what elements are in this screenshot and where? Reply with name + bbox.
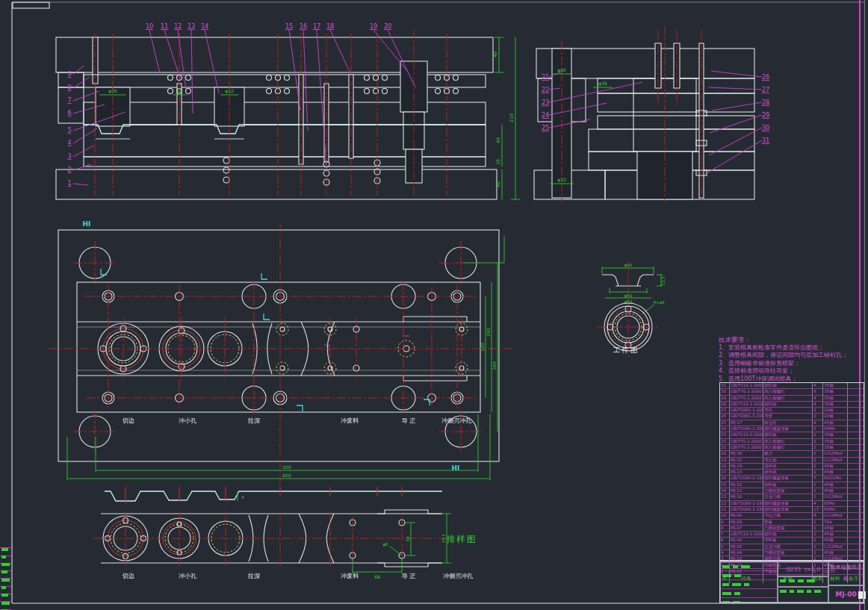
part-number: 6 bbox=[67, 110, 71, 116]
bom-cell-name: 凸模固定板 bbox=[763, 526, 813, 531]
material-cell: Q235 t=1.0 bbox=[778, 561, 828, 576]
bom-row: 14 MJ-11 凸模固定板 1 45钢 bbox=[720, 488, 864, 494]
bom-cell-name: 卸料板 bbox=[763, 482, 813, 488]
bom-row: 28 GB/T119.1-2000 圆柱销 4 35钢 bbox=[720, 402, 864, 408]
strip-station-labels: 切边 冲小孔 拉深 冲废料 导 正 冲侧刃冲孔 bbox=[122, 573, 474, 579]
bom-row: 12 GB/T2089.1-1994 圆柱螺旋弹簧 4 65Mn bbox=[720, 501, 864, 507]
part-number: 27 bbox=[762, 87, 769, 93]
part-number: 17 bbox=[313, 23, 320, 30]
bom-cell-qty: 2 bbox=[813, 414, 823, 419]
bom-cell-qty: 2 bbox=[813, 538, 823, 543]
bom-cell-code: GB/T2089.1-1994 bbox=[730, 501, 763, 506]
part-number: 16 bbox=[300, 23, 307, 30]
bom-cell-name: 内六角螺钉 bbox=[763, 396, 813, 401]
bom-cell-name: 凹模固定板 bbox=[763, 550, 813, 555]
dim-label: φ35 bbox=[108, 88, 117, 94]
part-number: 4 bbox=[67, 140, 71, 146]
bom-cell-note bbox=[848, 402, 860, 407]
bom-cell-no: 9 bbox=[720, 520, 730, 525]
bom-cell-no: 15 bbox=[720, 482, 730, 488]
dim-label: 240 bbox=[486, 328, 491, 337]
bom-cell-qty: 4 bbox=[813, 402, 823, 407]
station-label: 冲小孔 bbox=[179, 417, 197, 424]
part-number: 14 bbox=[201, 23, 208, 30]
bom-cell-code: GB/T119.1-2000 bbox=[730, 402, 763, 407]
bom-row: 25 MJ-17 限位柱 4 45钢 bbox=[720, 420, 864, 426]
bom-row: 9 MJ-08 垫板 1 T8A bbox=[720, 520, 864, 526]
bom-cell-note bbox=[848, 507, 860, 512]
strip-layout-title: 排样图 bbox=[447, 534, 477, 544]
stage-mark-cells bbox=[778, 576, 828, 587]
bom-cell-name: 圆柱销 bbox=[763, 383, 813, 388]
bom-cell-code: GB/T119.1-2000 bbox=[730, 383, 763, 388]
bom-cell-no: 14 bbox=[720, 488, 730, 494]
bom-cell-material: 35钢 bbox=[823, 402, 848, 407]
drawing-title: 轴承端盖级进模 bbox=[829, 562, 863, 585]
part-number: 10 bbox=[146, 23, 153, 30]
bom-cell-code: MJ-10 bbox=[730, 494, 763, 499]
dim-label: φ35 bbox=[598, 81, 607, 87]
bom-cell-material: 60Si2Mn bbox=[823, 476, 848, 481]
bom-cell-note bbox=[848, 408, 860, 413]
strip-layout-view: 8 68 bbox=[93, 487, 477, 579]
bom-cell-code: GB/T70.1-2000 bbox=[730, 439, 763, 444]
title-block: Q235 t=1.0 轴承端盖级进模 MJ-00 bbox=[719, 561, 864, 603]
bom-row: 21 GB/T70.1-2000 内六角螺钉 2 35钢 bbox=[720, 445, 864, 451]
bom-cell-material: 45钢 bbox=[823, 538, 848, 543]
dim-label: φ45 bbox=[557, 67, 566, 73]
technical-requirements: 技术要求： 1、安装模具前检查零件是否符合图纸； 2、调整模具间隙，保证间隙均匀… bbox=[719, 336, 868, 384]
bom-cell-material: 65Mn bbox=[823, 507, 848, 512]
bom-cell-note bbox=[848, 482, 860, 488]
part-number: 29 bbox=[762, 112, 769, 119]
bom-cell-no: 4 bbox=[720, 550, 730, 555]
station-label: 冲小孔 bbox=[179, 573, 197, 579]
bom-cell-material: 65Mn bbox=[823, 501, 848, 506]
bom-row: 20 MJ-16 侧刃 2 Cr12MoV bbox=[720, 451, 864, 457]
bom-cell-name: 凸模固定板 bbox=[763, 488, 813, 494]
bom-cell-material: Cr12MoV bbox=[823, 494, 848, 499]
part-number: 5 bbox=[67, 127, 71, 134]
bom-cell-note bbox=[848, 544, 860, 550]
station-label: 切边 bbox=[122, 573, 134, 579]
bom-row: 4 MJ-04 凹模固定板 1 45钢 bbox=[720, 550, 864, 556]
bom-cell-name: 导套 bbox=[763, 414, 813, 419]
bom-row: 17 MJ-13 推件块 1 45钢 bbox=[720, 470, 864, 476]
bom-cell-code: MJ-15 bbox=[730, 458, 763, 463]
bom-cell-code: GB/T70.1-2000 bbox=[730, 396, 763, 401]
bom-cell-note bbox=[848, 476, 860, 481]
station-label: 冲废料 bbox=[341, 417, 359, 424]
bom-cell-qty: 2 bbox=[813, 451, 823, 456]
bom-cell-qty: 2 bbox=[813, 458, 823, 463]
bom-cell-code: MJ-14 bbox=[730, 464, 763, 469]
section-view-right: φ45 φ35 φ33 21 22 23 24 25 26 27 28 29 3… bbox=[534, 26, 769, 202]
section-mark-label: HI bbox=[83, 220, 91, 228]
bom-cell-no: 24 bbox=[720, 426, 730, 432]
part-number: 1 bbox=[67, 180, 71, 187]
bom-cell-name: 推件块 bbox=[763, 470, 813, 475]
bom-cell-no: 25 bbox=[720, 420, 730, 426]
bom-cell-note bbox=[848, 538, 860, 543]
bom-cell-name: 顶件块 bbox=[763, 464, 813, 469]
dim-label: 13.5 bbox=[661, 276, 666, 285]
bom-cell-name: 圆柱螺旋弹簧 bbox=[763, 501, 813, 506]
bom-cell-note bbox=[848, 426, 860, 432]
bom-cell-name: 拉深凸模 bbox=[763, 494, 813, 499]
bom-cell-qty: 1 bbox=[813, 488, 823, 494]
bom-row: 22 GB/T70.1-2000 内六角螺钉 2 35钢 bbox=[720, 439, 864, 445]
bom-cell-code: GB/T119.1-2000 bbox=[730, 532, 763, 537]
dim-label: φ12 bbox=[225, 88, 234, 94]
dim-label: 600 bbox=[282, 473, 291, 478]
bom-cell-name: 圆柱螺旋弹簧 bbox=[763, 426, 813, 432]
bom-cell-code: GB/T2089.1-2009 bbox=[730, 426, 763, 432]
part-number: 13 bbox=[187, 23, 195, 30]
dim-label: 10 bbox=[495, 159, 500, 165]
bom-cell-qty: 4 bbox=[813, 396, 823, 401]
bom-cell-note bbox=[848, 389, 860, 394]
bom-cell-note bbox=[848, 532, 860, 537]
station-label: 冲废料 bbox=[341, 573, 359, 579]
bom-cell-qty: 2 bbox=[813, 445, 823, 450]
dim-label: 340 bbox=[492, 361, 497, 370]
workpiece-dims: φ90 13.5 φ60 φ68 4×φ9 bbox=[602, 263, 666, 314]
dim-label: 50 bbox=[406, 536, 410, 541]
part-number: 20 bbox=[384, 23, 391, 30]
